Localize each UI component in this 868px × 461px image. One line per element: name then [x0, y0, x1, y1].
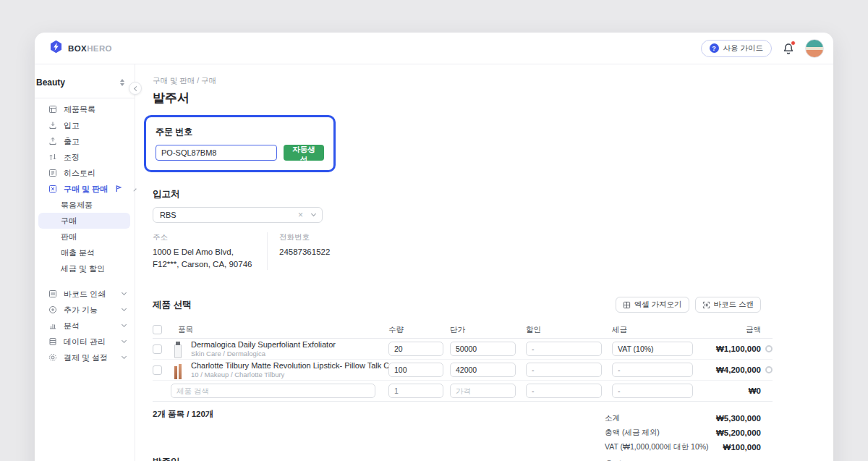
supplier-info: 주소 1000 E Del Amo Blvd, F12***, Carson, …: [153, 232, 773, 270]
brand-name: BOXHERO: [68, 44, 112, 53]
barcode-icon: [48, 289, 57, 298]
address-label: 주소: [153, 232, 257, 242]
notification-dot: [791, 41, 796, 46]
barcode-scan-icon: [702, 301, 710, 309]
sidebar: Beauty 제품목록 입고 출고: [35, 64, 135, 461]
phone-label: 전화번호: [279, 232, 383, 242]
order-date-section: 발주일: [153, 456, 323, 461]
team-switcher[interactable]: Beauty: [35, 72, 135, 98]
discount-input[interactable]: [526, 384, 602, 398]
row-amount: ₩0: [703, 386, 761, 395]
product-thumbnail: [172, 339, 184, 358]
usage-guide-button[interactable]: ? 사용 가이드: [701, 40, 772, 57]
sidebar-item-extra-features[interactable]: 추가 기능: [35, 302, 135, 318]
product-name: Charlotte Tilbury Matte Revolution Lipst…: [191, 361, 388, 370]
sidebar-item-history[interactable]: 히스토리: [35, 165, 135, 181]
adjust-icon: [48, 153, 57, 161]
chart-icon: [48, 321, 57, 330]
plus-circle-icon: [48, 305, 57, 314]
price-input[interactable]: [450, 384, 516, 398]
supplier-select[interactable]: RBS ×: [153, 207, 323, 223]
sidebar-item-products[interactable]: 제품목록: [35, 101, 135, 117]
qty-input[interactable]: [388, 342, 443, 356]
col-qty: 수량: [388, 325, 450, 335]
sidebar-item-sales-analysis[interactable]: 매출 분석: [38, 245, 130, 261]
select-all-checkbox[interactable]: [153, 325, 162, 334]
sidebar-item-adjust[interactable]: 조정: [35, 149, 135, 165]
sidebar-item-sales[interactable]: 판매: [38, 229, 130, 245]
user-avatar[interactable]: [805, 39, 824, 58]
col-discount: 할인: [526, 325, 612, 335]
row-amount: ₩1,100,000: [703, 344, 761, 353]
tax-input[interactable]: [612, 342, 693, 356]
sidebar-item-purchase-sales[interactable]: 구매 및 판매: [35, 181, 135, 197]
order-number-input[interactable]: [156, 145, 277, 161]
auto-generate-button[interactable]: 자동생성: [284, 145, 324, 161]
page-title: 발주서: [153, 90, 773, 106]
price-input[interactable]: [450, 363, 516, 377]
sidebar-item-stock-in[interactable]: 입고: [35, 117, 135, 133]
new-product-row: ₩0: [153, 381, 773, 402]
sidebar-item-purchase[interactable]: 구매: [38, 213, 130, 229]
app-body: Beauty 제품목록 입고 출고: [35, 64, 833, 461]
notification-bell-icon[interactable]: [782, 42, 795, 55]
product-thumbnail: [172, 360, 184, 379]
qty-input[interactable]: [388, 363, 443, 377]
chevron-down-icon: [122, 322, 127, 327]
purchase-sales-icon: [48, 185, 57, 193]
stock-in-icon: [48, 121, 57, 130]
sidebar-item-data-management[interactable]: 데이터 관리: [35, 334, 135, 350]
team-switch-icon: [120, 79, 124, 86]
supplier-label: 입고처: [153, 188, 773, 200]
col-amount: 금액: [703, 325, 761, 335]
supplier-selected-value: RBS: [160, 211, 298, 219]
sidebar-item-barcode-print[interactable]: 바코드 인쇄: [35, 286, 135, 302]
usage-guide-label: 사용 가이드: [723, 43, 763, 54]
discount-input[interactable]: [526, 342, 602, 356]
row-checkbox[interactable]: [153, 344, 162, 354]
phone-value: 24587361522: [279, 246, 383, 258]
product-category: Skin Care / Dermalogica: [191, 350, 336, 358]
sidebar-item-stock-out[interactable]: 출고: [35, 133, 135, 149]
supplier-section: 입고처 RBS × 주소 1000 E Del Amo Blvd, F12***…: [153, 188, 773, 270]
col-tax: 세금: [612, 325, 703, 335]
product-search-input[interactable]: [171, 384, 375, 398]
qty-input[interactable]: [388, 384, 443, 398]
sidebar-item-billing-settings[interactable]: 결제 및 설정: [35, 350, 135, 365]
row-checkbox[interactable]: [153, 365, 162, 375]
product-select-label: 제품 선택: [153, 299, 191, 311]
summary-area: 2개 품목 / 120개 발주일 소계 ₩5,300,000 총액 (세금 제외…: [153, 409, 773, 461]
clear-icon[interactable]: ×: [298, 210, 303, 220]
table-header-row: 품목 수량 단가 할인 세금 금액: [153, 321, 773, 339]
excel-import-button[interactable]: 엑셀 가져오기: [616, 297, 689, 313]
main-content: 구매 및 판매 / 구매 발주서 주문 번호 자동생성 입고처 RBS ×: [135, 64, 833, 461]
boxhero-app-window: BOXHERO ? 사용 가이드: [35, 33, 833, 461]
sidebar-item-bundle-products[interactable]: 묶음제품: [38, 197, 130, 213]
boxhero-logo-icon: [49, 40, 63, 56]
sidebar-collapse-button[interactable]: [129, 82, 142, 95]
breadcrumb: 구매 및 판매 / 구매: [153, 76, 773, 86]
discount-input[interactable]: [526, 363, 602, 377]
item-count: 2개 품목 / 120개: [153, 409, 323, 420]
sidebar-menu: 제품목록 입고 출고 조정: [35, 98, 135, 365]
vat-row: VAT (₩1,000,000에 대한 10%) ₩100,000: [605, 440, 761, 454]
sidebar-item-analytics[interactable]: 분석: [35, 318, 135, 334]
chevron-down-icon: [122, 306, 127, 311]
tax-input[interactable]: [612, 363, 693, 377]
product-name: Dermalogica Daily Superfoliant Exfoliato…: [191, 340, 336, 349]
excel-icon: [623, 301, 631, 309]
chevron-down-icon: [122, 354, 127, 359]
col-price: 단가: [450, 325, 526, 335]
chevron-down-icon: [122, 338, 127, 343]
database-icon: [48, 337, 57, 346]
tax-input[interactable]: [612, 384, 693, 398]
price-input[interactable]: [450, 342, 516, 356]
barcode-scan-button[interactable]: 바코드 스캔: [695, 297, 761, 313]
remove-row-icon[interactable]: [765, 366, 773, 373]
total-excl-tax-row: 총액 (세금 제외) ₩5,200,000: [605, 426, 761, 440]
remove-row-icon[interactable]: [765, 345, 773, 352]
chevron-down-icon: [122, 290, 127, 295]
sidebar-item-tax-discount[interactable]: 세금 및 할인: [38, 261, 130, 276]
product-table: 품목 수량 단가 할인 세금 금액 Der: [153, 321, 773, 402]
address-value: 1000 E Del Amo Blvd, F12***, Carson, CA,…: [153, 246, 257, 270]
